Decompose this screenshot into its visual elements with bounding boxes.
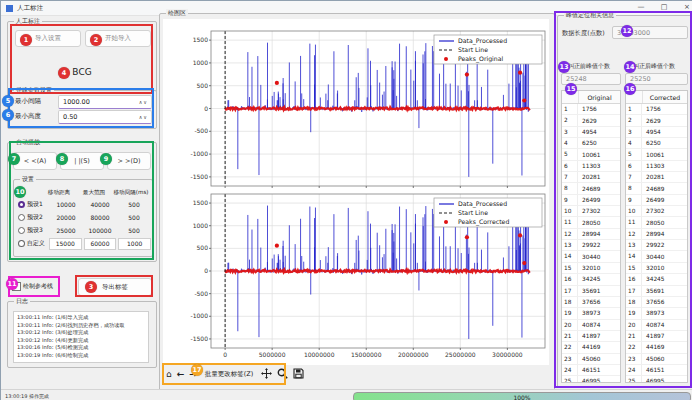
spinner-arrows-icon[interactable]: ∧∨ (139, 99, 151, 105)
table-row[interactable]: 1027302 (562, 206, 620, 217)
table-row[interactable]: 34954 (562, 127, 620, 138)
preset-row: 自定义15000600001000 (14, 237, 152, 250)
table-row[interactable]: 2546995 (562, 376, 620, 383)
table-row[interactable]: 1735691 (562, 286, 620, 297)
preset-value: 80000 (83, 214, 117, 221)
table-row[interactable]: 2040874 (562, 320, 620, 331)
preset-value: 10000 (49, 201, 83, 208)
log-line: 13:00:12 Info: (3/6)处理完成 (17, 329, 148, 337)
table-row[interactable]: 720281 (626, 172, 687, 183)
corrected-peaks-table[interactable]: Corrected 117562262934954462505100616113… (625, 90, 688, 383)
table-row[interactable]: 1532010 (626, 263, 687, 274)
batch-edit-labels-button[interactable]: 批量更改标签(Z) (202, 368, 257, 381)
preset-label[interactable]: 预设3 (27, 226, 49, 235)
min-height-spinbox[interactable]: 0.50 ∧∨ (58, 110, 152, 124)
svg-text:0: 0 (204, 105, 208, 112)
reference-line-checkbox[interactable]: 绘制参考线 (12, 282, 53, 291)
min-interval-spinbox[interactable]: 1000.00 ∧∨ (58, 95, 152, 109)
original-header: Original (579, 94, 620, 101)
preset-label[interactable]: 自定义 (27, 239, 48, 248)
table-row[interactable]: 2040874 (626, 320, 687, 331)
preset-radio[interactable] (18, 240, 25, 247)
table-row[interactable]: 1837656 (562, 297, 620, 308)
table-row[interactable]: 34954 (626, 127, 687, 138)
table-row[interactable]: 22629 (626, 115, 687, 126)
table-row[interactable]: 2446151 (562, 365, 620, 376)
table-row[interactable]: 1128050 (626, 217, 687, 228)
original-peaks-table[interactable]: Original 1175622629349544625051006161130… (561, 90, 621, 383)
table-row[interactable]: 1128050 (562, 217, 620, 228)
minimize-button[interactable]: — (631, 1, 651, 14)
table-row[interactable]: 1634245 (562, 274, 620, 285)
log-list[interactable]: 13:00:11 Info: (1/6)导入完成13:00:11 Info: (… (13, 311, 149, 363)
close-button[interactable]: × (677, 1, 692, 14)
table-row[interactable]: 2244169 (562, 342, 620, 353)
table-row[interactable]: 46250 (626, 138, 687, 149)
preset-input[interactable]: 60000 (84, 238, 117, 250)
table-row[interactable]: 926499 (562, 195, 620, 206)
annotation-badge: 11 (6, 278, 18, 290)
pan-icon[interactable] (261, 368, 272, 381)
table-row[interactable]: 2446151 (626, 365, 687, 376)
log-group-title: 日志 (14, 297, 30, 305)
app-icon (6, 5, 13, 12)
preset-radio[interactable] (18, 201, 25, 208)
annotation-badge: 9 (100, 153, 112, 165)
table-row[interactable]: 1228994 (562, 229, 620, 240)
table-row[interactable]: 2345060 (626, 354, 687, 365)
table-row[interactable]: 824689 (562, 183, 620, 194)
table-row[interactable]: 510061 (626, 149, 687, 160)
preset-value: 40000 (83, 201, 117, 208)
table-row[interactable]: 22629 (562, 115, 620, 126)
table-row[interactable]: 2244169 (626, 342, 687, 353)
autoplay-forward-button[interactable]: > >(D) (107, 152, 151, 170)
preset-row: 预设11000040000500 (14, 198, 152, 211)
table-row[interactable]: 2546995 (626, 376, 687, 383)
table-row[interactable]: 510061 (562, 149, 620, 160)
table-row[interactable]: 11756 (626, 104, 687, 115)
table-row[interactable]: 1938973 (562, 308, 620, 319)
table-row[interactable]: 926499 (626, 195, 687, 206)
table-row[interactable]: 611303 (626, 161, 687, 172)
table-row[interactable]: 11756 (562, 104, 620, 115)
back-icon[interactable]: ← (177, 365, 185, 383)
window-title: 人工标注 (17, 4, 43, 13)
min-interval-value[interactable]: 1000.00 (59, 98, 139, 106)
table-row[interactable]: 1430440 (562, 251, 620, 262)
maximize-button[interactable]: □ (654, 1, 674, 14)
home-icon[interactable]: ⌂ (166, 365, 172, 383)
table-row[interactable]: 2141897 (626, 331, 687, 342)
min-height-value[interactable]: 0.50 (59, 113, 139, 121)
table-row[interactable]: 824689 (626, 183, 687, 194)
save-icon[interactable] (293, 368, 304, 381)
spinner-arrows-icon[interactable]: ∧∨ (139, 114, 151, 120)
table-row[interactable]: 2345060 (562, 354, 620, 365)
preset-radio[interactable] (18, 214, 25, 221)
preset-label[interactable]: 预设2 (27, 213, 49, 222)
svg-text:Peaks_Original: Peaks_Original (458, 55, 504, 63)
preset-input[interactable]: 15000 (49, 238, 82, 250)
table-row[interactable]: 1532010 (562, 263, 620, 274)
table-row[interactable]: 1329922 (562, 240, 620, 251)
preset-label[interactable]: 预设1 (27, 200, 49, 209)
preset-radio[interactable] (18, 227, 25, 234)
table-row[interactable]: 1228994 (626, 229, 687, 240)
figure-canvas[interactable]: 150010005000-500-1000-1500Data_Processed… (163, 19, 549, 365)
signal-charts[interactable]: 150010005000-500-1000-1500Data_Processed… (163, 19, 549, 365)
table-row[interactable]: 1027302 (626, 206, 687, 217)
table-row[interactable]: 1837656 (626, 297, 687, 308)
table-row[interactable]: 720281 (562, 172, 620, 183)
table-row[interactable]: 1634245 (626, 274, 687, 285)
status-message: 13:00:19 操作完成 (5, 393, 49, 399)
table-row[interactable]: 1938973 (626, 308, 687, 319)
table-row[interactable]: 2141897 (562, 331, 620, 342)
svg-text:-1500: -1500 (191, 173, 209, 180)
table-row[interactable]: 611303 (562, 161, 620, 172)
table-row[interactable]: 1735691 (626, 286, 687, 297)
zoom-icon[interactable] (277, 368, 288, 381)
table-row[interactable]: 46250 (562, 138, 620, 149)
table-row[interactable]: 1430440 (626, 251, 687, 262)
table-row[interactable]: 1329922 (626, 240, 687, 251)
svg-text:5000000: 5000000 (259, 351, 286, 358)
preset-input[interactable]: 1000 (118, 238, 151, 250)
